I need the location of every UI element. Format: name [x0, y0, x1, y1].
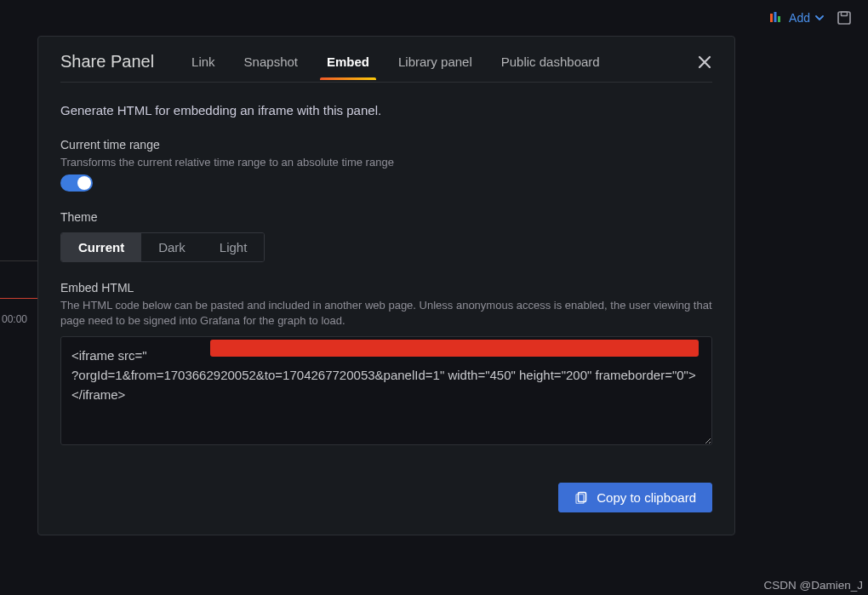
copy-label: Copy to clipboard: [597, 490, 696, 505]
embed-html-label: Embed HTML: [60, 281, 712, 295]
clipboard-icon: [574, 490, 588, 504]
time-range-label: Current time range: [60, 138, 712, 152]
page-toolbar: Add: [0, 7, 868, 29]
embed-html-section: Embed HTML The HTML code below can be pa…: [60, 281, 712, 448]
bg-time-label: 00:00: [2, 313, 27, 325]
svg-rect-4: [842, 12, 848, 16]
panel-add-icon: [770, 12, 784, 24]
bg-chart-line: [0, 298, 38, 299]
close-button[interactable]: [697, 54, 712, 80]
theme-label: Theme: [60, 210, 712, 224]
embed-html-help: The HTML code below can be pasted and in…: [60, 298, 712, 329]
copy-to-clipboard-button[interactable]: Copy to clipboard: [558, 483, 712, 512]
embed-code-wrap: [60, 329, 712, 449]
time-range-toggle[interactable]: [60, 174, 93, 192]
add-button[interactable]: Add: [770, 11, 824, 25]
theme-section: Theme Current Dark Light: [60, 210, 712, 262]
redaction-overlay: [210, 340, 699, 357]
bg-gridline: [0, 260, 38, 261]
save-dashboard-button[interactable]: [836, 9, 853, 26]
modal-header: Share Panel Link Snapshot Embed Library …: [60, 52, 712, 83]
modal-footer: Copy to clipboard: [60, 483, 712, 512]
tab-embed[interactable]: Embed: [327, 54, 369, 79]
modal-title: Share Panel: [60, 52, 154, 82]
share-panel-modal: Share Panel Link Snapshot Embed Library …: [37, 36, 735, 535]
svg-rect-2: [778, 16, 780, 22]
theme-option-dark[interactable]: Dark: [141, 233, 203, 261]
close-icon: [697, 54, 712, 70]
tab-link[interactable]: Link: [191, 54, 215, 79]
modal-tabs: Link Snapshot Embed Library panel Public…: [191, 54, 697, 79]
time-range-section: Current time range Transforms the curren…: [60, 138, 712, 192]
theme-radio-group: Current Dark Light: [60, 232, 265, 262]
time-range-help: Transforms the current relative time ran…: [60, 155, 712, 170]
tab-library-panel[interactable]: Library panel: [398, 54, 472, 79]
chevron-down-icon: [815, 14, 824, 22]
toggle-knob: [77, 176, 91, 190]
theme-option-light[interactable]: Light: [203, 233, 265, 261]
svg-rect-0: [770, 14, 773, 22]
theme-option-current[interactable]: Current: [61, 233, 141, 261]
embed-intro: Generate HTML for embedding an iframe wi…: [60, 103, 712, 117]
tab-public-dashboard[interactable]: Public dashboard: [501, 54, 600, 79]
add-label: Add: [789, 11, 810, 25]
svg-rect-1: [774, 12, 777, 22]
tab-snapshot[interactable]: Snapshot: [244, 54, 298, 79]
watermark: CSDN @Damien_J: [764, 579, 863, 592]
